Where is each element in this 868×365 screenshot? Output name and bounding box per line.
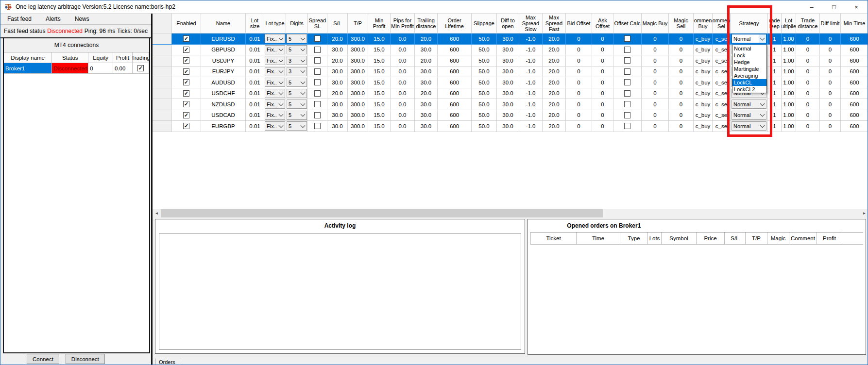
cell-bid_offset[interactable]: 0	[566, 66, 592, 78]
cell-enabled[interactable]: ✓	[172, 55, 201, 66]
cell-diff_to_open[interactable]: 30.0	[497, 121, 519, 132]
cell-magic_sell[interactable]: 0	[669, 45, 694, 56]
cell-diff_to_open[interactable]: 30.0	[497, 45, 519, 56]
digits-combo[interactable]: 5	[287, 34, 307, 43]
cell-trade_distance[interactable]: 0	[796, 77, 820, 88]
strategy-combo[interactable]: Normal	[732, 100, 766, 109]
cell-min_profit[interactable]: 15.0	[368, 45, 391, 56]
broker-row[interactable]: Broker1Disconnected00.00✓	[4, 63, 149, 74]
dropdown-option-martingale[interactable]: Martingale	[732, 66, 766, 72]
cell-ask_offset[interactable]: 0	[592, 45, 613, 56]
cell-ask_offset[interactable]: 0	[592, 33, 613, 45]
digits-combo[interactable]: 5	[287, 89, 307, 98]
orders-col-price[interactable]: Price	[697, 232, 725, 244]
cell-comment_sell[interactable]: c_se	[713, 55, 731, 66]
scroll-right-icon[interactable]: ►	[860, 209, 868, 217]
cell-digits[interactable]: 5	[286, 99, 308, 110]
cell-pips_for_min_profit[interactable]: 0.0	[391, 55, 415, 66]
col-header-spread_sl[interactable]: Spread SL	[308, 14, 327, 33]
cell-spread_sl[interactable]	[308, 88, 327, 100]
cell-ask_offset[interactable]: 0	[592, 99, 613, 110]
cell-max_spread_fast[interactable]: 20.0	[543, 121, 566, 132]
cell-diff_limit[interactable]: 0	[820, 55, 841, 66]
cell-comment_buy[interactable]: c_buy	[694, 77, 713, 88]
cell-max_spread_fast[interactable]: 20.0	[543, 99, 566, 110]
cell-tp[interactable]: 300.0	[348, 66, 368, 78]
cell-min_profit[interactable]: 15.0	[368, 99, 391, 110]
cell-min_profit[interactable]: 15.0	[368, 55, 391, 66]
cell-offset_calc[interactable]	[613, 66, 642, 78]
cell-pips_for_min_profit[interactable]: 0.0	[391, 99, 415, 110]
broker-display-name[interactable]: Broker1	[4, 63, 52, 74]
orders-col-magic[interactable]: Magic	[767, 232, 789, 244]
cell-min_profit[interactable]: 15.0	[368, 88, 391, 100]
enabled-checkbox[interactable]: ✓	[183, 101, 189, 107]
lot_type-combo[interactable]: Fix...	[265, 78, 285, 87]
digits-combo[interactable]: 5	[287, 100, 307, 109]
cell-trailing_distance[interactable]: 20.0	[415, 88, 438, 100]
cell-pips_for_min_profit[interactable]: 0.0	[391, 66, 415, 78]
cell-name[interactable]: EURJPY	[201, 66, 246, 78]
cell-magic_sell[interactable]: 0	[669, 99, 694, 110]
cell-lot_type[interactable]: Fix...	[264, 45, 286, 56]
cell-lot_multiplier[interactable]: 1.00	[782, 110, 796, 121]
cell-diff_limit[interactable]: 0	[820, 66, 841, 78]
minimize-icon[interactable]: –	[800, 0, 823, 13]
enabled-checkbox[interactable]: ✓	[183, 79, 189, 85]
col-header-lot_type[interactable]: Lot type	[264, 14, 286, 33]
cell-bid_offset[interactable]: 0	[566, 55, 592, 66]
cell-lot_multiplier[interactable]: 1.00	[782, 55, 796, 66]
col-header-order_lifetime[interactable]: Order Lifetime	[438, 14, 472, 33]
cell-max_spread_slow[interactable]: -1.0	[519, 33, 543, 45]
cell-offset_calc[interactable]	[613, 88, 642, 100]
cell-name[interactable]: NZDUSD	[201, 99, 246, 110]
lot_type-combo[interactable]: Fix...	[265, 89, 285, 98]
cell-trade_distance[interactable]: 0	[796, 121, 820, 132]
connect-button[interactable]: Connect	[27, 354, 59, 364]
cell-strategy[interactable]: Normal	[731, 121, 768, 132]
cell-sl[interactable]: 30.0	[327, 99, 348, 110]
cell-magic_buy[interactable]: 0	[642, 45, 669, 56]
enabled-checkbox[interactable]: ✓	[183, 90, 189, 97]
dropdown-option-hedge[interactable]: Hedge	[732, 59, 766, 66]
col-header-lot_size[interactable]: Lot size	[246, 14, 264, 33]
cell-enabled[interactable]: ✓	[172, 88, 201, 100]
cell-bid_offset[interactable]: 0	[566, 99, 592, 110]
cell-tp[interactable]: 300.0	[348, 110, 368, 121]
orders-col-t-p[interactable]: T/P	[746, 232, 767, 244]
cell-lot_size[interactable]: 0.01	[246, 121, 264, 132]
row-header[interactable]	[153, 99, 172, 110]
scrollbar-thumb[interactable]	[161, 209, 603, 217]
cell-min_time[interactable]: 600	[841, 77, 868, 88]
orders-col-type[interactable]: Type	[620, 232, 648, 244]
row-header[interactable]	[153, 33, 172, 45]
col-header-bid_offset[interactable]: Bid Offset	[566, 14, 592, 33]
cell-max_spread_fast[interactable]: 20.0	[543, 77, 566, 88]
col-header-min_profit[interactable]: Min Profit	[368, 14, 391, 33]
cell-magic_sell[interactable]: 0	[669, 110, 694, 121]
grid-corner-cell[interactable]	[153, 14, 172, 33]
cell-lot_size[interactable]: 0.01	[246, 88, 264, 100]
cell-offset_calc[interactable]	[613, 55, 642, 66]
lot_type-combo[interactable]: Fix...	[265, 67, 285, 76]
broker-col-profit[interactable]: Profit	[113, 52, 133, 63]
cell-max_spread_slow[interactable]: -1.0	[519, 66, 543, 78]
dropdown-option-lockcl2[interactable]: LockCL2	[732, 86, 766, 93]
cell-name[interactable]: EURGBP	[201, 121, 246, 132]
cell-order_lifetime[interactable]: 600	[438, 33, 472, 45]
cell-magic_buy[interactable]: 0	[642, 110, 669, 121]
cell-trailing_distance[interactable]: 30.0	[415, 45, 438, 56]
cell-tp[interactable]: 300.0	[348, 77, 368, 88]
cell-enabled[interactable]: ✓	[172, 45, 201, 56]
cell-comment_buy[interactable]: c_buy	[694, 99, 713, 110]
cell-diff_limit[interactable]: 0	[820, 99, 841, 110]
lot_type-combo[interactable]: Fix...	[265, 121, 285, 131]
cell-trade_sleep[interactable]: 1	[768, 88, 782, 100]
col-header-offset_calc[interactable]: Offset Calc	[613, 14, 642, 33]
digits-combo[interactable]: 5	[287, 45, 307, 54]
cell-min_profit[interactable]: 15.0	[368, 66, 391, 78]
orders-col-lots[interactable]: Lots	[648, 232, 662, 244]
orders-col-profit[interactable]: Profit	[817, 232, 842, 244]
cell-magic_buy[interactable]: 0	[642, 121, 669, 132]
cell-spread_sl[interactable]	[308, 33, 327, 45]
